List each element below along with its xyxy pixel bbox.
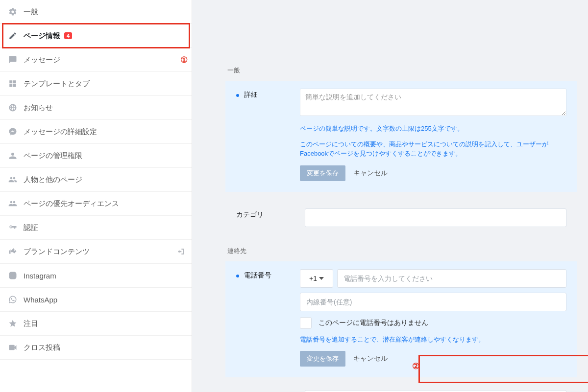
instagram-icon [8, 271, 18, 280]
star-icon [8, 319, 18, 328]
sidebar-item-label: WhatsApp [24, 296, 57, 304]
sidebar-item-message-advanced[interactable]: メッセージの詳細設定 [0, 120, 192, 144]
settings-sidebar: 一般 ページ情報 4 メッセージ テンプレートとタブ お知らせ メッセージの詳細… [0, 0, 192, 392]
sidebar-item-templates[interactable]: テンプレートとタブ [0, 72, 192, 96]
sidebar-item-label: ページの優先オーディエンス [24, 199, 119, 208]
phone-input[interactable] [337, 269, 566, 288]
video-icon [8, 343, 18, 352]
sidebar-item-label: ページ情報 [24, 31, 60, 41]
sidebar-item-label: お知らせ [24, 103, 53, 113]
globe-icon [8, 103, 18, 113]
detail-panel: 詳細 ページの簡単な説明です。文字数の上限は255文字です。 このページについて… [225, 81, 577, 192]
bullet-icon [236, 94, 239, 97]
svg-point-2 [14, 273, 15, 274]
svg-point-1 [11, 274, 14, 277]
sidebar-item-label: クロス投稿 [24, 343, 60, 352]
no-phone-label: このページに電話番号はありません [318, 319, 428, 327]
no-phone-checkbox[interactable] [300, 317, 312, 329]
field-label-phone: 電話番号 [244, 271, 271, 280]
field-label-detail: 詳細 [244, 91, 258, 99]
website-input[interactable] [305, 390, 566, 392]
sidebar-item-label: 一般 [24, 7, 38, 17]
exit-icon [177, 248, 185, 255]
category-input[interactable] [305, 208, 566, 227]
save-button-detail[interactable]: 変更を保存 [300, 165, 345, 181]
sidebar-item-page-info[interactable]: ページ情報 4 [0, 24, 192, 48]
sidebar-item-label: ページの管理権限 [24, 151, 82, 161]
badge-count: 4 [64, 32, 72, 39]
gear-icon [8, 7, 18, 17]
detail-help-2: このページについての概要や、商品やサービスについての説明を記入して、ユーザーがF… [300, 139, 566, 159]
sidebar-item-auth[interactable]: 認証 [0, 216, 192, 240]
detail-textarea[interactable] [300, 89, 566, 116]
category-panel: カテゴリ [225, 201, 577, 238]
annotation-number-1: ① [180, 55, 188, 65]
sidebar-item-label: 人物と他のページ [24, 175, 82, 184]
save-button-phone[interactable]: 変更を保存 [300, 351, 345, 367]
messenger-icon [8, 127, 18, 137]
sidebar-item-branded-content[interactable]: ブランドコンテンツ [0, 240, 192, 264]
extension-input[interactable] [300, 293, 566, 311]
sidebar-item-label: 注目 [24, 319, 38, 328]
whatsapp-icon [8, 295, 18, 304]
annotation-number-2: ② [412, 361, 419, 371]
handshake-icon [8, 247, 18, 256]
sidebar-item-preferred-audience[interactable]: ページの優先オーディエンス [0, 192, 192, 216]
pencil-icon [8, 31, 18, 41]
main-panel: 一般 詳細 ページの簡単な説明です。文字数の上限は255文字です。 このページに… [192, 0, 588, 392]
chat-icon [8, 55, 18, 65]
sidebar-item-crosspost[interactable]: クロス投稿 [0, 336, 192, 360]
sidebar-item-people-pages[interactable]: 人物と他のページ [0, 168, 192, 192]
chevron-down-icon [319, 277, 324, 280]
sidebar-item-whatsapp[interactable]: WhatsApp [0, 288, 192, 312]
detail-help-1: ページの簡単な説明です。文字数の上限は255文字です。 [300, 124, 566, 134]
grid-icon [8, 79, 18, 89]
website-panel: ウェブサイト [225, 386, 577, 392]
cancel-button-phone[interactable]: キャンセル [353, 354, 388, 363]
sidebar-item-label: テンプレートとタブ [24, 79, 90, 89]
sidebar-item-notifications[interactable]: お知らせ [0, 96, 192, 120]
sidebar-item-label: ブランドコンテンツ [24, 247, 90, 256]
phone-help: 電話番号を追加することで、潜在顧客が連絡しやすくなります。 [300, 335, 566, 345]
sidebar-item-label: Instagram [24, 272, 56, 280]
audience-icon [8, 199, 18, 208]
sidebar-item-label: 認証 [24, 223, 38, 232]
sidebar-item-featured[interactable]: 注目 [0, 312, 192, 336]
cancel-button-detail[interactable]: キャンセル [353, 169, 388, 178]
sidebar-item-instagram[interactable]: Instagram [0, 264, 192, 288]
key-icon [8, 223, 18, 232]
phone-panel: 電話番号 +1 このページに電話番号はありません 電話番号を追加することで、潜在… [225, 261, 577, 378]
person-icon [8, 151, 18, 161]
section-title-general: 一般 [227, 66, 588, 75]
sidebar-item-general[interactable]: 一般 [0, 0, 192, 24]
people-icon [8, 175, 18, 184]
country-code-select[interactable]: +1 [300, 269, 333, 288]
sidebar-item-label: メッセージの詳細設定 [24, 127, 97, 137]
sidebar-item-messages[interactable]: メッセージ [0, 48, 192, 72]
field-label-category: カテゴリ [236, 210, 264, 219]
sidebar-item-page-roles[interactable]: ページの管理権限 [0, 144, 192, 168]
sidebar-item-label: メッセージ [24, 55, 60, 65]
section-title-contact: 連絡先 [227, 247, 588, 255]
bullet-icon [236, 275, 239, 277]
